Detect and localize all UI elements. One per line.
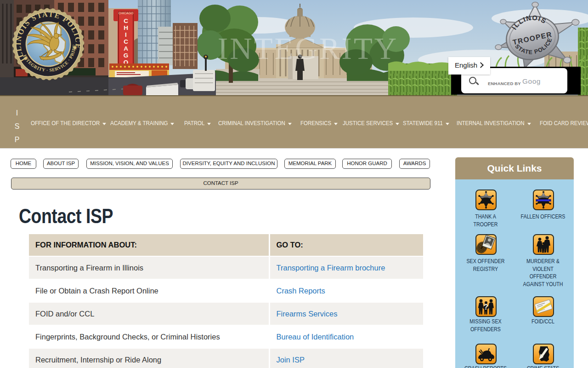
svg-text:C: C [124, 38, 128, 45]
svg-text:INTEGRITY: INTEGRITY [218, 31, 398, 65]
svg-text:A: A [124, 45, 128, 52]
svg-text:G: G [124, 52, 129, 59]
svg-text:CHICAGO: CHICAGO [119, 12, 134, 15]
svg-text:C: C [124, 17, 128, 24]
svg-text:H: H [124, 24, 128, 31]
svg-text:?: ? [484, 303, 488, 311]
svg-text:I: I [125, 31, 127, 38]
